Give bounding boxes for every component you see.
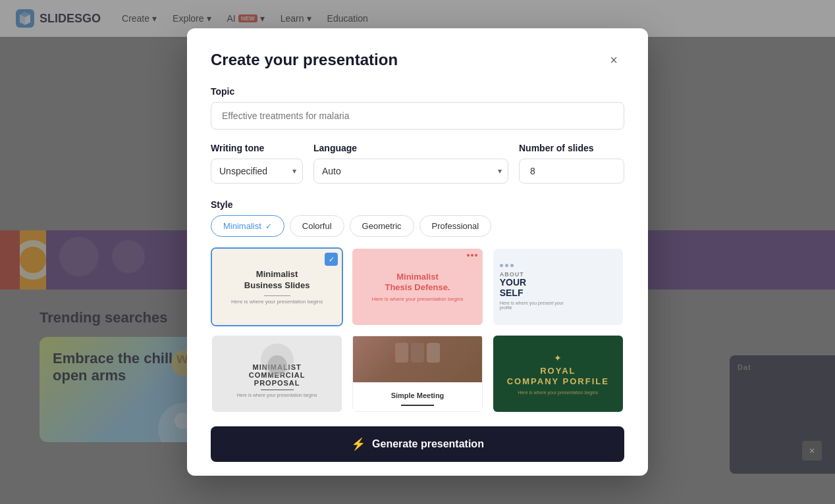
royal-star: ✦ (554, 353, 562, 363)
style-tabs: Minimalist ✓ Colorful Geometric Professi… (211, 215, 624, 237)
template-6-title: ROYALCOMPANY PORFILE (507, 366, 609, 386)
writing-tone-select-wrapper: Unspecified Formal Casual Academic ▾ (211, 159, 303, 184)
tab-professional[interactable]: Professional (419, 215, 492, 237)
template-4-line (261, 390, 294, 390)
template-1-title: MinimalistBusiness Slides (244, 269, 310, 291)
template-4-sub: Here is where your presentation begins (237, 393, 317, 397)
thesis-dots (467, 254, 477, 257)
topic-input[interactable] (211, 102, 624, 130)
language-group: Language Auto English Spanish French ▾ (313, 143, 508, 184)
template-5-line (401, 405, 434, 406)
template-6-sub: Here is where your presentation begins (518, 390, 598, 395)
generate-icon: ⚡ (351, 437, 365, 451)
template-2-title: MinimalistThesis Defense. (385, 272, 450, 292)
meeting-bottom: Simple Meeting (353, 382, 481, 410)
template-royal-company[interactable]: ✦ ROYALCOMPANY PORFILE Here is where you… (492, 334, 624, 413)
writing-tone-label: Writing tone (211, 143, 303, 153)
form-row: Writing tone Unspecified Formal Casual A… (211, 143, 624, 184)
template-1-sub: Here is where your presentation begins (231, 299, 323, 305)
tab-colorful[interactable]: Colorful (290, 215, 344, 237)
template-2-sub: Here is where your presentation begins (371, 296, 463, 302)
template-grid: MinimalistBusiness Slides Here is where … (211, 247, 624, 413)
generate-label: Generate presentation (372, 438, 484, 450)
create-presentation-modal: Create your presentation × Topic Writing… (187, 28, 648, 476)
check-icon: ✓ (265, 222, 272, 231)
template-1-line (264, 295, 290, 296)
language-select-wrapper: Auto English Spanish French ▾ (313, 159, 508, 184)
template-about-yourself[interactable]: ABOUT YOURSELF Here is where you present… (492, 247, 624, 326)
template-5-title: Simple Meeting (357, 386, 477, 405)
slides-input[interactable] (519, 159, 624, 184)
about-sub: Here is where you present your profile (500, 301, 577, 310)
selection-checkmark: ✓ (325, 253, 338, 266)
about-title: YOURSELF (500, 278, 577, 298)
about-left: ABOUT YOURSELF Here is where you present… (493, 257, 583, 316)
topic-field: Topic (211, 86, 624, 143)
tab-geometric[interactable]: Geometric (350, 215, 414, 237)
topic-label: Topic (211, 86, 624, 97)
modal-header: Create your presentation × (211, 49, 624, 70)
generate-button[interactable]: ⚡ Generate presentation (211, 426, 624, 462)
template-simple-meeting[interactable]: Simple Meeting (351, 334, 483, 413)
style-section: Style Minimalist ✓ Colorful Geometric Pr… (211, 199, 624, 413)
template-minimalist-commercial[interactable]: MINIMALISTCOMMERCIALPROPOSAL Here is whe… (211, 334, 343, 413)
tab-minimalist[interactable]: Minimalist ✓ (211, 215, 284, 237)
slides-label: Number of slides (519, 143, 624, 153)
writing-tone-select[interactable]: Unspecified Formal Casual Academic (211, 159, 303, 184)
close-button[interactable]: × (603, 49, 624, 70)
meeting-image (353, 336, 481, 382)
template-minimalist-thesis[interactable]: MinimalistThesis Defense. Here is where … (351, 247, 483, 326)
style-label: Style (211, 199, 624, 210)
modal-title: Create your presentation (211, 51, 398, 69)
language-label: Language (313, 143, 508, 153)
language-select[interactable]: Auto English Spanish French (313, 159, 508, 184)
writing-tone-group: Writing tone Unspecified Formal Casual A… (211, 143, 303, 184)
slides-group: Number of slides (519, 143, 624, 184)
template-minimalist-business[interactable]: MinimalistBusiness Slides Here is where … (211, 247, 343, 326)
